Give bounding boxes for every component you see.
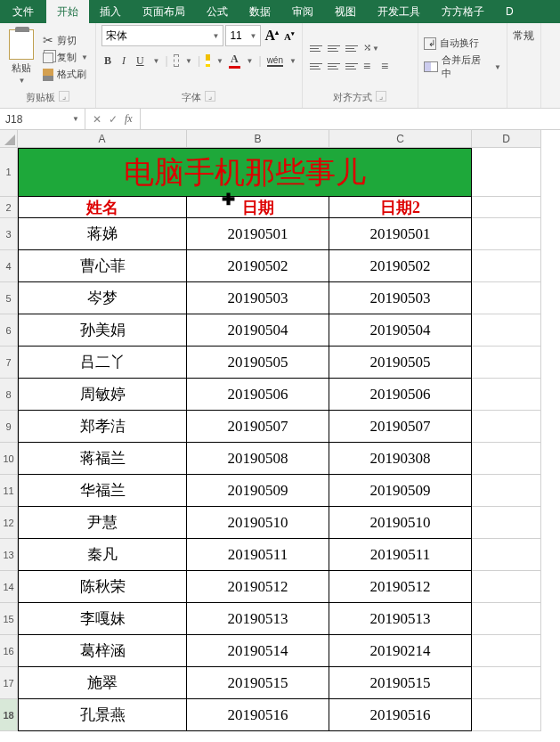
header-name[interactable]: 姓名 [18,197,187,218]
cell-date[interactable]: 20190501 [187,218,329,250]
cell[interactable] [472,475,541,507]
cell[interactable] [472,379,541,411]
cell-date2[interactable]: 20190308 [329,443,472,475]
cell-date[interactable]: 20190502 [187,250,329,282]
italic-button[interactable]: I [119,54,128,68]
cell[interactable] [472,507,541,539]
cell[interactable] [472,250,541,282]
bold-button[interactable]: B [101,54,114,68]
cell-name[interactable]: 尹慧 [18,507,187,539]
fill-color-button[interactable] [206,54,210,67]
cell-name[interactable]: 吕二丫 [18,347,187,379]
cell-date2[interactable]: 20190502 [329,250,472,282]
row-header[interactable]: 13 [0,539,18,571]
cell-date[interactable]: 20190511 [187,539,329,571]
tab-file[interactable]: 文件 [0,0,46,23]
cut-button[interactable]: ✂剪切 [41,32,90,48]
cell[interactable] [472,443,541,475]
copy-button[interactable]: 复制▼ [41,50,90,65]
tab-dev[interactable]: 开发工具 [367,0,431,23]
header-date[interactable]: 日期 [187,197,329,218]
cell[interactable] [472,314,541,347]
format-painter-button[interactable]: 格式刷 [41,67,90,82]
row-header[interactable]: 5 [0,282,18,314]
tab-fgz[interactable]: 方方格子 [431,0,495,23]
cell-date2[interactable]: 20190513 [329,603,472,635]
cell-date2[interactable]: 20190506 [329,379,472,411]
dialog-launcher-icon[interactable]: ⌟ [59,91,69,102]
cell-name[interactable]: 蒋娣 [18,218,187,250]
cell-date[interactable]: 20190509 [187,475,329,507]
row-header[interactable]: 4 [0,250,18,282]
cell-date2[interactable]: 20190503 [329,282,472,314]
cell-date[interactable]: 20190503 [187,282,329,314]
cell-name[interactable]: 郑孝洁 [18,411,187,443]
row-header[interactable]: 2 [0,197,18,218]
align-left-button[interactable] [308,58,324,74]
cell-name[interactable]: 施翠 [18,667,187,699]
font-color-button[interactable]: A [229,53,240,69]
tab-data[interactable]: 数据 [239,0,281,23]
row-header[interactable]: 15 [0,603,18,635]
cell-date[interactable]: 20190510 [187,507,329,539]
cell[interactable] [472,197,541,218]
cell[interactable] [472,148,541,197]
underline-button[interactable]: U [134,54,147,68]
row-header[interactable]: 16 [0,635,18,667]
row-header[interactable]: 18 [0,699,18,731]
tab-insert[interactable]: 插入 [89,0,132,23]
cell-date[interactable]: 20190505 [187,347,329,379]
orientation-button[interactable]: ⤭▼ [363,42,395,53]
cell-date2[interactable]: 20190504 [329,314,472,347]
cell-date2[interactable]: 20190516 [329,699,472,731]
cell-date2[interactable]: 20190507 [329,411,472,443]
cell[interactable] [472,218,541,250]
cell[interactable] [472,347,541,379]
tab-view[interactable]: 视图 [324,0,367,23]
name-box[interactable]: J18▼ [0,109,85,129]
chevron-down-icon[interactable]: ▼ [185,57,192,65]
align-bottom-button[interactable] [344,40,360,56]
cell-date[interactable]: 20190508 [187,443,329,475]
row-header[interactable]: 14 [0,571,18,603]
cell-name[interactable]: 李嘎妹 [18,603,187,635]
cell-name[interactable]: 蒋福兰 [18,443,187,475]
column-header-C[interactable]: C [329,130,472,148]
chevron-down-icon[interactable]: ▼ [153,57,160,65]
wrap-text-button[interactable]: 自动换行 [424,37,501,50]
phonetic-button[interactable]: wén [267,55,283,67]
cell[interactable] [472,539,541,571]
chevron-down-icon[interactable]: ▼ [216,57,223,65]
align-right-button[interactable] [344,58,360,74]
cell[interactable] [472,571,541,603]
formula-bar[interactable] [141,109,560,129]
cell[interactable] [472,603,541,635]
tab-review[interactable]: 审阅 [281,0,324,23]
cell-date2[interactable]: 20190214 [329,635,472,667]
column-header-D[interactable]: D [472,130,541,148]
decrease-indent-button[interactable] [363,59,377,73]
chevron-down-icon[interactable]: ▼ [289,57,296,65]
font-size-select[interactable]: 11▼ [225,25,261,46]
border-button[interactable] [174,54,179,67]
cancel-formula-button[interactable]: ✕ [93,113,101,126]
cell[interactable] [472,282,541,314]
cell-name[interactable]: 华福兰 [18,475,187,507]
row-header[interactable]: 17 [0,667,18,699]
cell-date2[interactable]: 20190510 [329,507,472,539]
row-header[interactable]: 12 [0,507,18,539]
cell-name[interactable]: 孙美娟 [18,314,187,347]
cell[interactable] [472,667,541,699]
cell-date2[interactable]: 20190509 [329,475,472,507]
align-top-button[interactable] [308,40,324,56]
cell-date2[interactable]: 20190505 [329,347,472,379]
cell-date[interactable]: 20190506 [187,379,329,411]
increase-indent-button[interactable] [381,59,395,73]
row-header[interactable]: 6 [0,314,18,347]
align-center-button[interactable] [326,58,342,74]
accept-formula-button[interactable]: ✓ [109,113,118,126]
cell-date[interactable]: 20190507 [187,411,329,443]
dialog-launcher-icon[interactable]: ⌟ [205,91,215,102]
cell-date2[interactable]: 20190501 [329,218,472,250]
header-date2[interactable]: 日期2 [329,197,472,218]
